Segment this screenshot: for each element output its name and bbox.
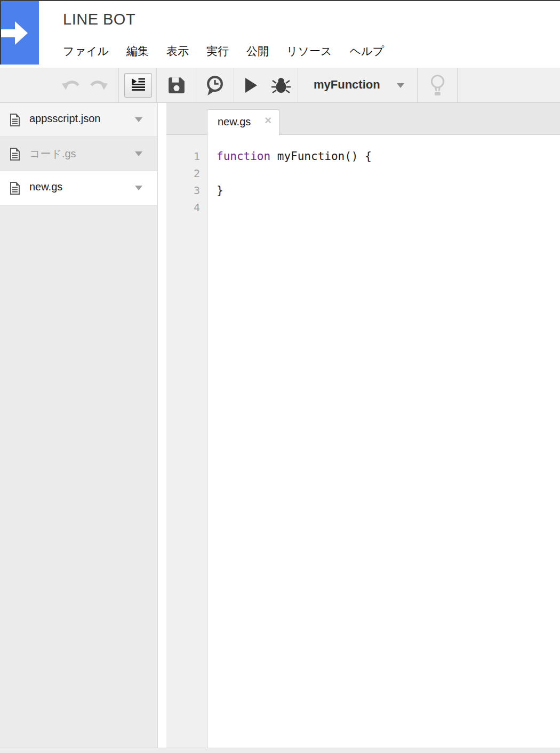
line-number: 3 xyxy=(166,182,207,199)
toolbar-divider xyxy=(234,68,234,102)
file-name: コード.gs xyxy=(29,147,76,161)
line-number-gutter: 1 2 3 4 xyxy=(166,135,207,748)
chevron-down-icon[interactable] xyxy=(135,117,142,122)
chevron-down-icon xyxy=(397,83,404,88)
toolbar-divider xyxy=(457,68,458,102)
toolbar-divider xyxy=(196,68,196,102)
tab-label: new.gs xyxy=(218,116,251,128)
code-line-1: function myFunction() { xyxy=(217,148,560,165)
line-number: 4 xyxy=(166,199,207,216)
project-title: LINE BOT xyxy=(63,11,135,28)
menubar: ファイル 編集 表示 実行 公開 リソース ヘルプ xyxy=(63,44,384,59)
chevron-down-icon[interactable] xyxy=(135,151,142,156)
menu-resources[interactable]: リソース xyxy=(286,44,332,59)
apps-script-logo xyxy=(0,1,39,65)
document-icon xyxy=(10,148,20,163)
close-icon[interactable]: × xyxy=(265,115,271,126)
tab-new-gs[interactable]: new.gs × xyxy=(207,109,279,135)
bug-icon[interactable] xyxy=(271,76,291,97)
function-selector[interactable]: myFunction xyxy=(298,68,417,102)
undo-icon[interactable] xyxy=(62,78,81,94)
menu-edit[interactable]: 編集 xyxy=(126,44,149,59)
toolbar-divider xyxy=(156,68,157,102)
sidebar-splitter[interactable] xyxy=(158,103,166,748)
bottom-scrollbar-track[interactable] xyxy=(0,748,560,753)
header: LINE BOT ファイル 編集 表示 実行 公開 リソース ヘルプ xyxy=(0,1,560,68)
file-row-code-gs[interactable]: コード.gs xyxy=(0,137,157,171)
function-selector-value: myFunction xyxy=(314,78,380,92)
menu-view[interactable]: 表示 xyxy=(166,44,189,59)
code-editor: new.gs × 1 2 3 4 function myFunction() {… xyxy=(166,103,560,748)
toolbar: myFunction xyxy=(0,68,560,103)
code-area[interactable]: function myFunction() { } xyxy=(208,135,560,748)
file-row-new-gs[interactable]: new.gs xyxy=(0,171,157,205)
line-number: 1 xyxy=(166,148,207,165)
chevron-down-icon[interactable] xyxy=(135,186,142,190)
redo-icon[interactable] xyxy=(89,78,108,94)
toolbar-divider xyxy=(118,68,119,102)
file-name: appsscript.json xyxy=(29,113,100,125)
toolbar-divider xyxy=(417,68,418,102)
execution-history-icon[interactable] xyxy=(205,75,225,99)
menu-help[interactable]: ヘルプ xyxy=(349,44,383,59)
indent-button[interactable] xyxy=(124,73,152,98)
lightbulb-icon[interactable] xyxy=(429,74,446,100)
file-row-appsscript-json[interactable]: appsscript.json xyxy=(0,103,157,137)
file-list-sidebar: appsscript.json コード.gs xyxy=(0,103,158,748)
menu-run[interactable]: 実行 xyxy=(206,44,229,59)
apps-script-editor-window: LINE BOT ファイル 編集 表示 実行 公開 リソース ヘルプ xyxy=(0,0,560,753)
code-line-4 xyxy=(217,199,560,216)
indent-icon xyxy=(131,77,146,93)
document-icon xyxy=(10,114,20,129)
code-line-3: } xyxy=(217,182,560,199)
play-icon[interactable] xyxy=(245,78,258,95)
tab-bar: new.gs × xyxy=(166,103,560,135)
save-icon[interactable] xyxy=(167,76,186,97)
file-name: new.gs xyxy=(29,181,62,193)
menu-publish[interactable]: 公開 xyxy=(246,44,269,59)
menu-file[interactable]: ファイル xyxy=(63,44,109,59)
code-line-2 xyxy=(217,165,560,182)
document-icon xyxy=(10,182,20,197)
line-number: 2 xyxy=(166,165,207,182)
